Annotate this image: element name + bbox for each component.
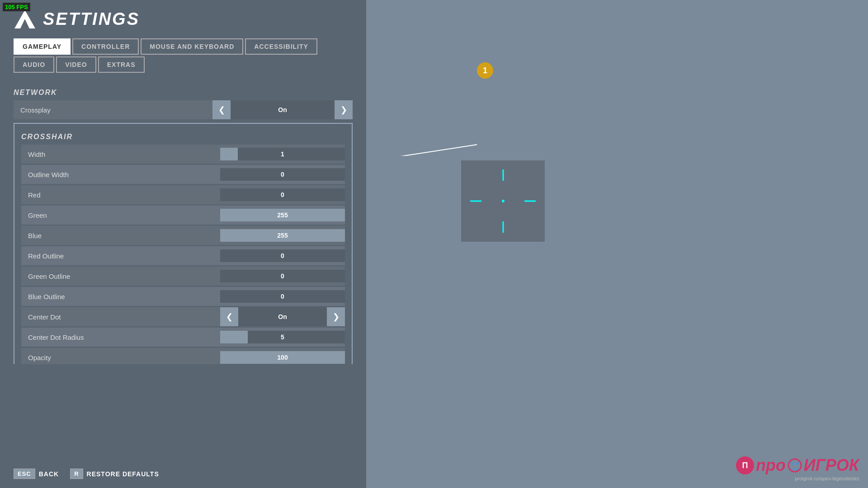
tab-gameplay[interactable]: GAMEPLAY (14, 38, 71, 55)
crosshair-center-dot (502, 200, 505, 202)
tab-bar: GAMEPLAY CONTROLLER MOUSE AND KEYBOARD A… (14, 38, 353, 73)
svg-marker-0 (14, 10, 35, 28)
restore-key: R (70, 469, 83, 479)
tab-controller[interactable]: CONTROLLER (72, 38, 139, 55)
watermark-icon2 (788, 458, 802, 473)
width-row: Width 1 (21, 145, 345, 164)
red-label: Red (21, 191, 220, 199)
center-dot-prev-btn[interactable]: ❮ (220, 307, 238, 326)
crossplay-control: ❮ On ❯ (212, 100, 353, 119)
red-outline-value: 0 (281, 252, 284, 259)
crosshair-left-line (470, 201, 481, 202)
green-value: 255 (277, 211, 288, 219)
fps-counter: 105 FPS (3, 3, 30, 11)
crossplay-row: Crossplay ❮ On ❯ (14, 100, 353, 119)
width-value: 1 (281, 150, 284, 158)
red-control[interactable]: 0 (220, 185, 345, 204)
crossplay-value: On (231, 100, 335, 119)
opacity-label: Opacity (21, 354, 220, 361)
crossplay-label: Crossplay (14, 106, 212, 114)
red-outline-control[interactable]: 0 (220, 246, 345, 265)
blue-outline-value: 0 (281, 293, 284, 300)
outline-width-control[interactable]: 0 (220, 165, 345, 184)
center-dot-radius-row: Center Dot Radius 5 (21, 328, 345, 347)
width-control[interactable]: 1 (220, 145, 345, 164)
blue-row: Blue 255 (21, 226, 345, 245)
tab-accessibility[interactable]: ACCESSIBILITY (245, 38, 317, 55)
crosshair-bottom-line (502, 221, 504, 233)
green-outline-label: Green Outline (21, 272, 220, 280)
svg-point-6 (796, 462, 799, 465)
green-label: Green (21, 211, 220, 219)
crosshair-section: CROSSHAIR Width 1 Outline Width 0 (14, 123, 353, 364)
watermark: П про ИГРОК proigrok.ru/apex-legends/eks (736, 456, 859, 481)
blue-control[interactable]: 255 (220, 226, 345, 245)
tab-mouse-keyboard[interactable]: MOUSE AND KEYBOARD (141, 38, 243, 55)
watermark-icon: П (736, 456, 754, 474)
settings-panel: SETTINGS GAMEPLAY CONTROLLER MOUSE AND K… (0, 0, 366, 488)
back-label: BACK (39, 470, 59, 478)
watermark-igrok: ИГРОК (804, 456, 859, 475)
center-dot-label: Center Dot (21, 313, 220, 321)
width-label: Width (21, 150, 220, 158)
svg-line-2 (359, 145, 477, 156)
center-dot-control: ❮ On ❯ (220, 307, 345, 326)
center-dot-radius-label: Center Dot Radius (21, 333, 220, 341)
outline-width-row: Outline Width 0 (21, 165, 345, 184)
red-row: Red 0 (21, 185, 345, 204)
tab-audio[interactable]: AUDIO (14, 56, 54, 73)
crosshair-right-line (524, 201, 536, 202)
outline-width-label: Outline Width (21, 171, 220, 178)
tab-extras[interactable]: EXTRAS (98, 56, 145, 73)
network-header: NETWORK (14, 89, 353, 97)
center-dot-radius-value: 5 (281, 333, 284, 341)
crossplay-next-btn[interactable]: ❯ (335, 100, 353, 119)
green-outline-value: 0 (281, 272, 284, 280)
center-dot-next-btn[interactable]: ❯ (327, 307, 345, 326)
tab-video[interactable]: VIDEO (56, 56, 96, 73)
apex-logo-icon (14, 9, 36, 29)
blue-label: Blue (21, 232, 220, 239)
red-outline-row: Red Outline 0 (21, 246, 345, 265)
center-dot-row: Center Dot ❮ On ❯ (21, 307, 345, 326)
opacity-value: 100 (277, 354, 288, 361)
blue-outline-row: Blue Outline 0 (21, 287, 345, 306)
annotation-badge-1: 1 (477, 62, 493, 79)
header: SETTINGS (14, 9, 353, 29)
scroll-area[interactable]: NETWORK Crossplay ❮ On ❯ CROSSHAIR Width (14, 84, 353, 364)
opacity-row: Opacity 100 (21, 348, 345, 364)
crosshair-header: CROSSHAIR (21, 133, 345, 141)
crosshair-top-line (502, 169, 504, 181)
svg-point-5 (791, 462, 793, 465)
watermark-sub: proigrok.ru/apex-legends/eks (736, 476, 859, 481)
opacity-control[interactable]: 100 (220, 348, 345, 364)
green-row: Green 255 (21, 206, 345, 225)
blue-outline-label: Blue Outline (21, 293, 220, 300)
green-control[interactable]: 255 (220, 206, 345, 225)
blue-value: 255 (277, 232, 288, 239)
settings-title: SETTINGS (43, 9, 140, 29)
red-outline-label: Red Outline (21, 252, 220, 260)
center-dot-radius-control[interactable]: 5 (220, 328, 345, 347)
crossplay-prev-btn[interactable]: ❮ (212, 100, 231, 119)
back-key: ESC (14, 469, 35, 479)
bottom-bar: ESC BACK R RESTORE DEFAULTS (14, 469, 159, 479)
restore-defaults-button[interactable]: R RESTORE DEFAULTS (70, 469, 159, 479)
blue-outline-control[interactable]: 0 (220, 287, 345, 306)
back-button[interactable]: ESC BACK (14, 469, 59, 479)
restore-label: RESTORE DEFAULTS (87, 470, 159, 478)
red-value: 0 (281, 191, 284, 198)
center-dot-value: On (238, 307, 327, 326)
green-outline-control[interactable]: 0 (220, 267, 345, 286)
crosshair-preview (461, 160, 545, 242)
outline-width-value: 0 (281, 171, 284, 178)
network-section: NETWORK Crossplay ❮ On ❯ (14, 89, 353, 119)
watermark-pro: про (756, 456, 786, 475)
green-outline-row: Green Outline 0 (21, 267, 345, 286)
